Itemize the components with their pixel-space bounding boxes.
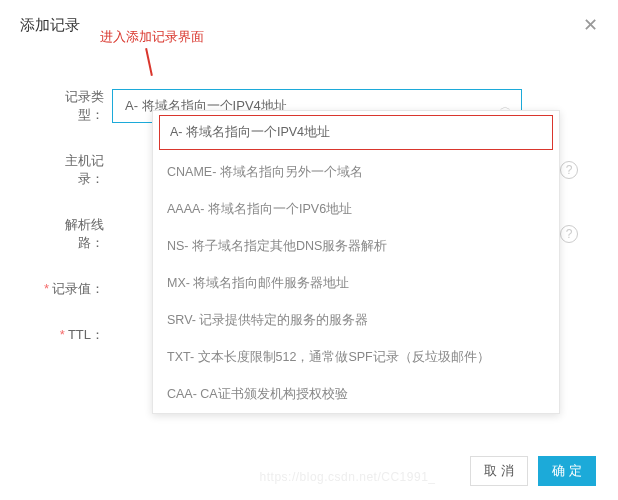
option-a[interactable]: A- 将域名指向一个IPV4地址 [159, 115, 553, 150]
label-ttl: TTL： [40, 326, 112, 344]
close-icon[interactable]: ✕ [583, 14, 598, 36]
option-srv[interactable]: SRV- 记录提供特定的服务的服务器 [153, 302, 559, 339]
label-record-value: 记录值： [40, 280, 112, 298]
option-aaaa[interactable]: AAAA- 将域名指向一个IPV6地址 [153, 191, 559, 228]
record-type-dropdown: A- 将域名指向一个IPV4地址 CNAME- 将域名指向另外一个域名 AAAA… [152, 110, 560, 414]
label-resolve-line: 解析线路： [40, 216, 112, 252]
option-txt[interactable]: TXT- 文本长度限制512，通常做SPF记录（反垃圾邮件） [153, 339, 559, 376]
cancel-button[interactable]: 取 消 [470, 456, 528, 486]
label-host-record: 主机记录： [40, 152, 112, 188]
help-icon-2[interactable]: ? [560, 225, 578, 243]
confirm-button[interactable]: 确 定 [538, 456, 596, 486]
label-record-type: 记录类型： [40, 88, 112, 124]
modal-header: 添加记录 ✕ [0, 0, 618, 46]
option-ns[interactable]: NS- 将子域名指定其他DNS服务器解析 [153, 228, 559, 265]
watermark: https://blog.csdn.net/CC1991_ [260, 470, 436, 484]
option-cname[interactable]: CNAME- 将域名指向另外一个域名 [153, 154, 559, 191]
help-icon[interactable]: ? [560, 161, 578, 179]
add-record-modal: 添加记录 ✕ 进入添加记录界面 这里的服务器是ECS云服务器，选择"A" 记录类… [0, 0, 618, 500]
modal-footer: 取 消 确 定 [470, 456, 596, 486]
option-mx[interactable]: MX- 将域名指向邮件服务器地址 [153, 265, 559, 302]
option-caa[interactable]: CAA- CA证书颁发机构授权校验 [153, 376, 559, 413]
modal-title: 添加记录 [20, 16, 80, 35]
annotation-enter-add: 进入添加记录界面 [100, 28, 204, 46]
